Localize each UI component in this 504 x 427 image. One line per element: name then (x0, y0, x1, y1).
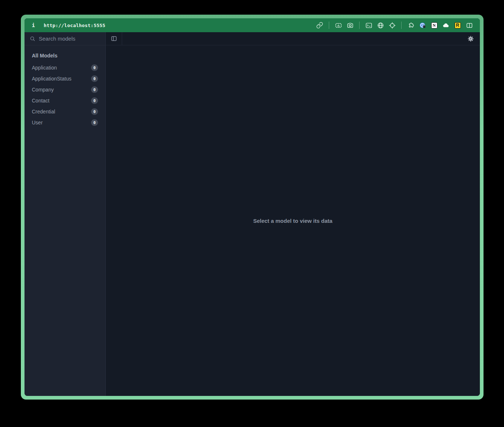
empty-state-area: Select a model to view its data (106, 45, 480, 396)
empty-state-text: Select a model to view its data (253, 218, 332, 224)
search-input[interactable] (39, 35, 112, 42)
clock-lock-extension-icon[interactable] (418, 21, 426, 29)
model-name: Application (32, 65, 57, 71)
all-models-heading: All Models (25, 50, 105, 62)
notion-icon[interactable]: N (430, 21, 438, 29)
model-name: ApplicationStatus (32, 76, 71, 82)
capture-area-icon[interactable] (334, 21, 342, 29)
main-toolbar (106, 32, 480, 45)
titlebar-separator (359, 22, 360, 29)
titlebar: i http://localhost:5555 (25, 18, 480, 32)
model-item-applicationstatus[interactable]: ApplicationStatus0 (25, 73, 105, 84)
sidebar-toggle-section (106, 32, 122, 45)
model-list: All Models Application0ApplicationStatus… (25, 45, 105, 128)
model-count-badge: 0 (91, 97, 98, 104)
split-view-icon[interactable] (465, 21, 473, 29)
titlebar-separator (401, 22, 402, 29)
main-area: Select a model to view its data (106, 32, 480, 396)
cloud-icon[interactable] (442, 21, 450, 29)
camera-icon[interactable] (346, 21, 354, 29)
link-icon[interactable] (316, 21, 324, 29)
r-extension-icon[interactable]: R (454, 21, 462, 29)
crosshair-icon[interactable] (388, 21, 396, 29)
address-url[interactable]: http://localhost:5555 (44, 23, 105, 28)
sidebar: All Models Application0ApplicationStatus… (25, 32, 106, 396)
search-row (25, 32, 105, 45)
model-count-badge: 0 (91, 108, 98, 115)
model-items: Application0ApplicationStatus0Company0Co… (25, 62, 105, 128)
globe-icon[interactable] (376, 21, 384, 29)
titlebar-separator (329, 22, 329, 29)
app-window: i http://localhost:5555 (21, 15, 484, 400)
info-icon: i (32, 22, 35, 28)
model-item-contact[interactable]: Contact0 (25, 95, 105, 106)
model-item-application[interactable]: Application0 (25, 62, 105, 73)
sidebar-toggle-icon[interactable] (110, 35, 117, 42)
model-item-credential[interactable]: Credential0 (25, 106, 105, 117)
app-body: All Models Application0ApplicationStatus… (25, 32, 480, 396)
model-name: User (32, 120, 43, 126)
search-icon (30, 36, 35, 42)
model-count-badge: 0 (91, 86, 98, 93)
model-item-company[interactable]: Company0 (25, 84, 105, 95)
model-count-badge: 0 (91, 119, 98, 126)
model-name: Company (32, 87, 54, 93)
puzzle-extension-icon[interactable] (407, 21, 415, 29)
settings-button[interactable] (467, 35, 480, 42)
terminal-icon[interactable] (365, 21, 373, 29)
model-count-badge: 0 (91, 64, 98, 71)
gear-icon (467, 35, 474, 42)
window-content: i http://localhost:5555 (25, 18, 480, 396)
model-item-user[interactable]: User0 (25, 117, 105, 128)
model-name: Credential (32, 109, 55, 115)
titlebar-icons: N R (316, 21, 473, 29)
model-count-badge: 0 (91, 75, 98, 82)
model-name: Contact (32, 98, 49, 104)
